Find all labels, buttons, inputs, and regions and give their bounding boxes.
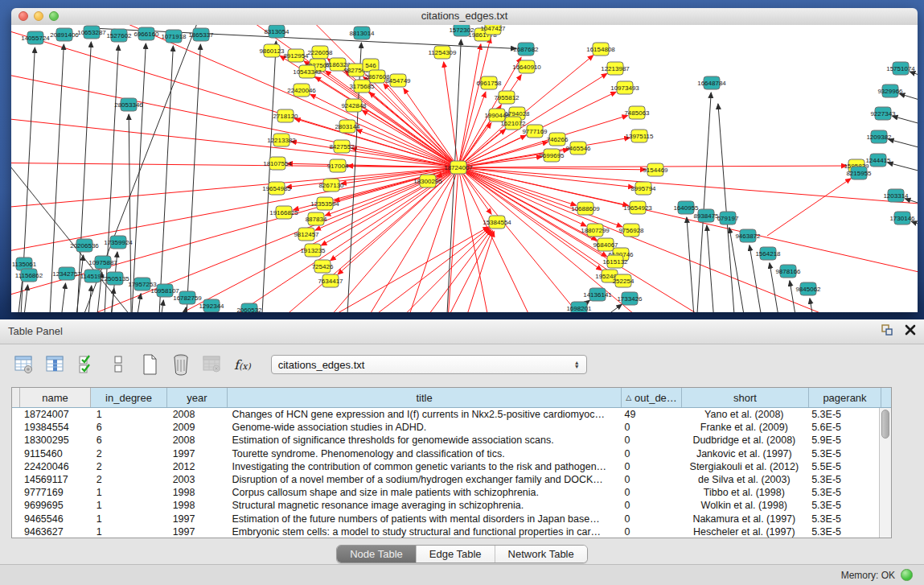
- graph-node[interactable]: 2060532: [236, 303, 262, 312]
- table-row[interactable]: 2242004622012Investigating the contribut…: [12, 460, 880, 473]
- graph-node[interactable]: 11254309: [429, 46, 458, 59]
- column-header-year[interactable]: year: [167, 388, 228, 407]
- graph-node[interactable]: 1209382: [866, 130, 892, 143]
- graph-node[interactable]: 18107554: [263, 157, 292, 170]
- float-panel-icon[interactable]: [881, 323, 893, 336]
- graph-node[interactable]: 725426: [312, 260, 334, 273]
- window-titlebar[interactable]: citations_edges.txt: [11, 8, 918, 26]
- column-header-short[interactable]: short: [682, 388, 809, 407]
- graph-node[interactable]: 16648784: [697, 76, 726, 89]
- graph-node[interactable]: 1698201: [566, 302, 592, 312]
- graph-node[interactable]: 7634417: [318, 274, 343, 287]
- graph-node[interactable]: 14136141: [583, 288, 612, 301]
- show-column-icon[interactable]: [44, 353, 67, 376]
- graph-node[interactable]: 8995794: [630, 182, 656, 195]
- new-column-icon[interactable]: [138, 353, 161, 376]
- rows-icon[interactable]: [107, 353, 129, 376]
- graph-node[interactable]: 9154469: [643, 163, 668, 176]
- table-row[interactable]: 1872400712008Changes of HCN gene express…: [12, 408, 880, 421]
- graph-node[interactable]: 1564218: [755, 247, 781, 260]
- table-row[interactable]: 946554611997Estimation of the future num…: [12, 513, 880, 525]
- cell: 5.9E-5: [807, 435, 880, 446]
- graph-node[interactable]: 1244415: [865, 154, 891, 167]
- graph-node[interactable]: 1292344: [199, 299, 224, 312]
- table-scrollbar[interactable]: [879, 408, 891, 538]
- graph-node[interactable]: 1865337: [188, 28, 214, 41]
- close-panel-icon[interactable]: [905, 324, 916, 336]
- graph-node[interactable]: 9812457: [294, 228, 319, 241]
- graph-node[interactable]: 15751074: [886, 62, 915, 75]
- graph-node[interactable]: 7485063: [624, 106, 650, 119]
- tab-node-table[interactable]: Node Table: [337, 546, 417, 562]
- graph-node[interactable]: 2687682: [513, 43, 539, 56]
- graph-node[interactable]: 20206536: [70, 239, 99, 252]
- column-header-name[interactable]: name: [20, 388, 91, 407]
- graph-node[interactable]: 1913235: [300, 244, 326, 257]
- graph-node[interactable]: 9227343: [870, 107, 896, 120]
- graph-node[interactable]: 12342757: [52, 267, 81, 280]
- graph-node-label: 6966160: [133, 31, 159, 38]
- graph-node[interactable]: 12213987: [601, 62, 630, 75]
- graph-node[interactable]: 10653287: [77, 26, 106, 39]
- graph-node[interactable]: 1203314: [883, 189, 909, 202]
- graph-node[interactable]: 1730146: [889, 212, 915, 225]
- graph-node[interactable]: 252254: [613, 274, 634, 287]
- graph-node[interactable]: 887834: [306, 212, 327, 225]
- delete-table-icon[interactable]: [201, 353, 224, 376]
- graph-node[interactable]: 2226058: [307, 46, 333, 59]
- minimize-window-button[interactable]: [34, 11, 43, 21]
- function-builder-icon[interactable]: f(x): [234, 357, 251, 373]
- table-row[interactable]: 1456911722003Disruption of a novel membe…: [12, 473, 880, 486]
- zoom-window-button[interactable]: [49, 11, 59, 21]
- table-row[interactable]: 911546021997Tourette syndrome. Phenomeno…: [12, 447, 880, 460]
- scrollbar-thumb[interactable]: [881, 410, 889, 439]
- graph-node[interactable]: 20891406: [50, 28, 79, 41]
- graph-node[interactable]: 8313054: [264, 25, 290, 38]
- tab-network-table[interactable]: Network Table: [495, 546, 587, 562]
- graph-node[interactable]: 9242848: [341, 99, 367, 112]
- graph-edge: [893, 116, 918, 136]
- column-header-title[interactable]: title: [228, 388, 622, 407]
- graph-node[interactable]: 2718120: [273, 109, 298, 122]
- close-window-button[interactable]: [18, 11, 28, 21]
- graph-node[interactable]: 917004: [327, 159, 349, 172]
- graph-node[interactable]: 6966160: [133, 27, 159, 40]
- graph-node[interactable]: 7955812: [494, 91, 519, 104]
- column-header-pagerank[interactable]: pagerank: [809, 388, 881, 407]
- graph-node[interactable]: 9465546: [565, 142, 591, 154]
- graph-node[interactable]: 16154808: [586, 43, 615, 56]
- delete-column-icon[interactable]: [170, 353, 192, 376]
- graph-node[interactable]: 19166825: [269, 206, 298, 219]
- graph-node[interactable]: 679197: [717, 212, 739, 225]
- graph-node-label: 2226058: [307, 49, 333, 56]
- table-row[interactable]: 969969511998Structural magnetic resonanc…: [12, 499, 880, 512]
- network-table-select[interactable]: citations_edges.txt ▲▼: [271, 355, 587, 374]
- graph-node[interactable]: 16640910: [512, 60, 541, 73]
- table-options-icon[interactable]: [13, 353, 35, 376]
- select-columns-icon[interactable]: [76, 353, 98, 376]
- graph-node[interactable]: 9329966: [877, 84, 903, 97]
- network-canvas[interactable]: 9860123891295422260589827507105433428186…: [11, 25, 918, 312]
- graph-node[interactable]: 1527602: [106, 29, 132, 42]
- tab-edge-table[interactable]: Edge Table: [417, 546, 495, 562]
- graph-node[interactable]: 9756928: [618, 224, 644, 237]
- column-header-out_de[interactable]: △out_de…: [622, 388, 682, 407]
- table-row[interactable]: 946362711997Embryonic stem cells: a mode…: [12, 525, 880, 538]
- graph-node[interactable]: 9860123: [259, 44, 285, 57]
- graph-node[interactable]: 13975115: [626, 130, 655, 142]
- graph-node[interactable]: 28053346: [114, 98, 143, 111]
- graph-node[interactable]: 9878166: [775, 265, 801, 278]
- graph-node[interactable]: 9845062: [795, 282, 821, 295]
- table-row[interactable]: 1938455462009Genome-wide association stu…: [12, 421, 880, 434]
- graph-node[interactable]: 10975887: [88, 256, 117, 269]
- column-header-in_degree[interactable]: in_degree: [91, 388, 167, 407]
- graph-node[interactable]: 8813014: [349, 27, 375, 39]
- graph-node[interactable]: 19654923: [623, 201, 652, 214]
- graph-node[interactable]: 12505135: [101, 272, 129, 285]
- graph-node[interactable]: 19654985: [262, 182, 291, 195]
- table-row[interactable]: 1830029562008Estimation of significance …: [12, 434, 880, 447]
- graph-node[interactable]: 10688609: [571, 202, 600, 215]
- cell: 9699695: [20, 500, 91, 511]
- graph-edge: [291, 142, 458, 167]
- table-row[interactable]: 977716911998Corpus callosum shape and si…: [12, 486, 880, 499]
